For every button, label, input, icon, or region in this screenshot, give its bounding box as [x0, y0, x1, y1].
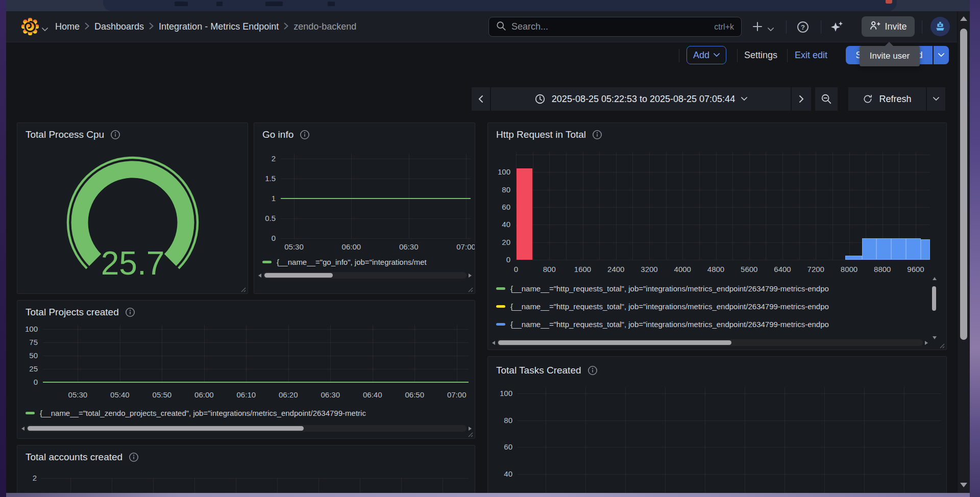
browser-text-fragment: [265, 2, 283, 6]
save-dashboard-chevron-button[interactable]: [934, 46, 949, 64]
refresh-interval-chevron-button[interactable]: [927, 87, 945, 111]
x-axis-tick-label: 06:00: [333, 242, 369, 251]
grid-line: [443, 478, 443, 493]
scroll-left-arrow-icon[interactable]: [258, 274, 261, 278]
grafana-logo[interactable]: [21, 18, 39, 35]
grid-line: [43, 342, 469, 343]
x-axis-tick-label: 06:00: [186, 390, 222, 399]
add-new-button[interactable]: [751, 20, 764, 35]
add-panel-button[interactable]: Add: [687, 46, 726, 64]
legend-h-scrollbar[interactable]: [258, 272, 472, 279]
grid-line: [666, 152, 667, 260]
panel-total-accounts-created[interactable]: Total accounts created 2: [17, 445, 475, 493]
grid-line: [616, 152, 617, 260]
y-axis-tick-label: 100: [488, 389, 512, 397]
panel-go-info[interactable]: Go info 21.510.5005:3006:0006:3007:00{__…: [254, 122, 475, 294]
grid-line: [281, 238, 471, 239]
grid-line: [409, 154, 409, 238]
scroll-up-arrow-icon[interactable]: [933, 277, 937, 280]
grid-line: [204, 325, 205, 382]
grid-line: [518, 447, 941, 448]
invite-user-icon: [869, 20, 880, 34]
grid-line: [625, 387, 626, 493]
panel-http-request-in-total[interactable]: Http Request in Total 020406080100080016…: [487, 122, 947, 350]
time-shift-back-button[interactable]: [472, 87, 490, 111]
tasks-chart: 100806040: [488, 357, 946, 493]
y-axis-tick-label: 40: [488, 469, 512, 478]
grid-line: [414, 325, 415, 382]
org-switcher-chevron-icon[interactable]: [42, 24, 48, 34]
grid-line: [277, 478, 278, 493]
scroll-left-arrow-icon[interactable]: [21, 427, 24, 431]
legend-v-scrollbar[interactable]: [931, 277, 938, 339]
grid-line: [281, 159, 471, 159]
h-scrollbar-thumb[interactable]: [498, 340, 731, 345]
legend-item-label[interactable]: {__name__="http_requests_total", job="in…: [510, 302, 929, 311]
breadcrumb-current-dashboard: zendo-backend: [293, 21, 356, 32]
zoom-out-time-button[interactable]: [815, 87, 838, 111]
dashboard-settings-button[interactable]: Settings: [744, 46, 777, 64]
panel-total-projects-created[interactable]: Total Projects created 100755025005:3005…: [17, 300, 475, 439]
grafana-page: Home Dashboards Integration - Metrics En…: [6, 11, 970, 493]
x-axis-tick-label: 800: [531, 265, 567, 274]
grid-line: [632, 152, 633, 260]
panel-total-process-cpu[interactable]: Total Process Cpu 25.7: [17, 122, 248, 294]
exit-edit-button[interactable]: Exit edit: [795, 46, 827, 64]
x-axis-tick-label: 4800: [698, 265, 734, 274]
grid-line: [546, 387, 546, 493]
refresh-icon: [863, 94, 873, 104]
v-scrollbar-thumb[interactable]: [932, 286, 936, 311]
breadcrumb-dashboards[interactable]: Dashboards: [94, 21, 144, 32]
ai-sparkle-icon[interactable]: [830, 20, 844, 36]
time-shift-forward-button[interactable]: [792, 87, 811, 111]
h-scrollbar-thumb[interactable]: [264, 273, 333, 278]
legend-color-dash: [262, 261, 272, 263]
search-input[interactable]: Search... ctrl+k: [488, 17, 742, 37]
time-range-picker-button[interactable]: 2025-08-25 05:22:53 to 2025-08-25 07:05:…: [491, 87, 791, 111]
x-axis-tick-label: 06:40: [355, 390, 390, 399]
legend-h-scrollbar[interactable]: [492, 339, 928, 346]
page-scrollbar[interactable]: [957, 11, 970, 493]
h-scrollbar-thumb[interactable]: [28, 426, 304, 431]
grid-line: [699, 152, 700, 260]
panel-resize-handle[interactable]: [938, 341, 945, 348]
y-axis-tick-label: 40: [488, 220, 510, 229]
scroll-left-arrow-icon[interactable]: [492, 341, 495, 345]
panel-resize-handle[interactable]: [467, 285, 473, 292]
chevron-down-icon: [741, 97, 747, 101]
series-line: [43, 382, 469, 383]
add-new-chevron-icon[interactable]: [768, 24, 774, 34]
breadcrumb-home[interactable]: Home: [55, 21, 80, 32]
invite-button[interactable]: Invite: [862, 16, 915, 37]
scroll-right-arrow-icon[interactable]: [469, 274, 472, 278]
grid-line: [318, 478, 319, 493]
browser-extension-icon[interactable]: [886, 0, 892, 4]
panel-resize-handle[interactable]: [467, 430, 473, 437]
legend-item-label[interactable]: {__name__="http_requests_total", job="in…: [510, 284, 929, 293]
search-icon: [496, 21, 506, 33]
breadcrumb-folder[interactable]: Integration - Metrics Endpoint: [159, 21, 279, 32]
refresh-button[interactable]: Refresh: [848, 87, 926, 111]
scroll-down-arrow-icon[interactable]: [933, 336, 937, 339]
legend-item-label[interactable]: {__name__="go_info", job="integrations/m…: [277, 258, 457, 266]
scroll-down-arrow-icon[interactable]: [960, 483, 967, 487]
help-icon[interactable]: ?: [796, 20, 810, 36]
grid-line: [360, 478, 360, 493]
refresh-label: Refresh: [879, 94, 911, 105]
y-axis-tick-label: 100: [488, 167, 510, 176]
x-axis-tick-label: 4000: [665, 265, 700, 274]
grid-line: [153, 478, 154, 493]
grid-line: [294, 154, 295, 238]
legend-h-scrollbar[interactable]: [21, 425, 472, 432]
user-avatar[interactable]: [930, 17, 950, 36]
legend-item-label[interactable]: {__name__="total_zendo_projects_created"…: [40, 409, 457, 417]
panel-resize-handle[interactable]: [239, 285, 246, 292]
panel-total-tasks-created[interactable]: Total Tasks Created 100806040: [487, 356, 947, 493]
legend-item-label[interactable]: {__name__="http_requests_total", job="in…: [510, 320, 929, 329]
x-axis-tick-label: 6400: [765, 265, 800, 274]
page-scrollbar-thumb[interactable]: [960, 29, 967, 340]
browser-text-fragment: [216, 2, 223, 6]
grid-line: [112, 478, 112, 493]
scroll-up-arrow-icon[interactable]: [960, 16, 967, 21]
scroll-right-arrow-icon[interactable]: [925, 341, 928, 345]
